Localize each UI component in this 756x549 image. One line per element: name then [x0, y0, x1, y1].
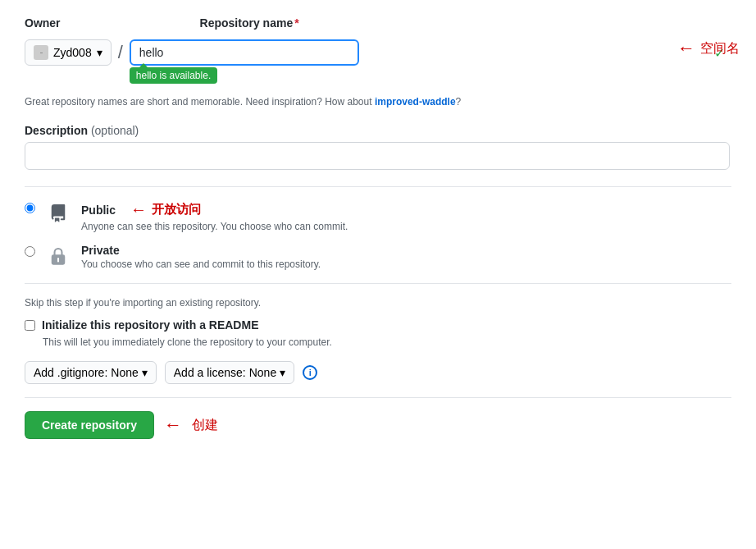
public-option: Public ← 开放访问 Anyone can see this reposi…	[25, 200, 731, 232]
public-radio[interactable]	[25, 203, 35, 213]
private-radio[interactable]	[25, 246, 35, 257]
repo-hint: Great repository names are short and mem…	[25, 96, 731, 108]
create-arrow: ←	[164, 416, 182, 434]
owner-chevron-icon: ▾	[97, 46, 102, 59]
path-slash: /	[118, 39, 123, 66]
public-icon	[45, 200, 71, 226]
space-name-label: 空间名	[700, 40, 740, 57]
public-label: Public	[81, 204, 116, 217]
space-name-arrow: ←	[677, 39, 695, 57]
space-name-annotation: ← 空间名	[677, 39, 740, 57]
owner-name: Zyd008	[53, 46, 92, 59]
visibility-section: Public ← 开放访问 Anyone can see this reposi…	[25, 200, 731, 270]
owner-block: ··· Zyd008 ▾	[25, 39, 112, 66]
license-dropdown[interactable]: Add a license: None ▾	[165, 361, 294, 384]
gitignore-dropdown[interactable]: Add .gitignore: None ▾	[25, 361, 157, 384]
divider-2	[25, 283, 731, 284]
init-readme-label[interactable]: Initialize this repository with a README	[42, 318, 258, 332]
description-label: Description (optional)	[25, 124, 731, 137]
divider-1	[25, 186, 731, 187]
public-annotation-label: 开放访问	[152, 202, 201, 217]
private-description: You choose who can see and commit to thi…	[81, 258, 321, 270]
private-icon	[45, 244, 71, 270]
skip-text: Skip this step if you're importing an ex…	[25, 297, 731, 309]
description-input[interactable]	[25, 142, 730, 170]
public-arrow: ←	[130, 200, 147, 219]
init-readme-description: This will let you immediately clone the …	[43, 336, 731, 348]
create-repo-button[interactable]: Create repository	[25, 411, 154, 439]
private-text: Private You choose who can see and commi…	[81, 244, 321, 270]
dropdowns-row: Add .gitignore: None ▾ Add a license: No…	[25, 361, 731, 384]
owner-dropdown[interactable]: ··· Zyd008 ▾	[25, 39, 112, 66]
init-readme-checkbox[interactable]	[25, 320, 35, 331]
owner-avatar: ···	[34, 45, 48, 60]
required-star: *	[294, 16, 298, 30]
gitignore-arrow: ▾	[142, 366, 148, 379]
private-label: Private	[81, 244, 120, 257]
repo-name-label: Repository name*	[200, 16, 299, 30]
private-option: Private You choose who can see and commi…	[25, 244, 731, 270]
license-arrow: ▾	[280, 366, 285, 379]
license-label: Add a license:	[174, 366, 246, 379]
description-section: Description (optional)	[25, 124, 731, 170]
create-repo-form: Owner Repository name* ··· Zyd008 ▾ / ✓ …	[25, 16, 731, 439]
init-checkbox-row: Initialize this repository with a README	[25, 318, 731, 332]
divider-3	[25, 397, 731, 398]
create-annotation-label: 创建	[192, 417, 218, 434]
license-value: None	[249, 366, 276, 379]
repo-name-input[interactable]	[130, 39, 359, 66]
repo-name-block: ✓ hello is available.	[130, 39, 731, 66]
info-icon[interactable]: i	[303, 365, 317, 380]
gitignore-value: None	[111, 366, 138, 379]
gitignore-label: Add .gitignore:	[34, 366, 107, 379]
available-tooltip: hello is available.	[130, 67, 217, 84]
owner-label: Owner	[25, 16, 61, 30]
suggestion-link[interactable]: improved-waddle	[375, 96, 456, 108]
public-text: Public ← 开放访问 Anyone can see this reposi…	[81, 200, 348, 232]
public-annotation: ← 开放访问	[130, 200, 201, 219]
create-row: Create repository ← 创建	[25, 411, 731, 439]
public-description: Anyone can see this repository. You choo…	[81, 221, 348, 232]
